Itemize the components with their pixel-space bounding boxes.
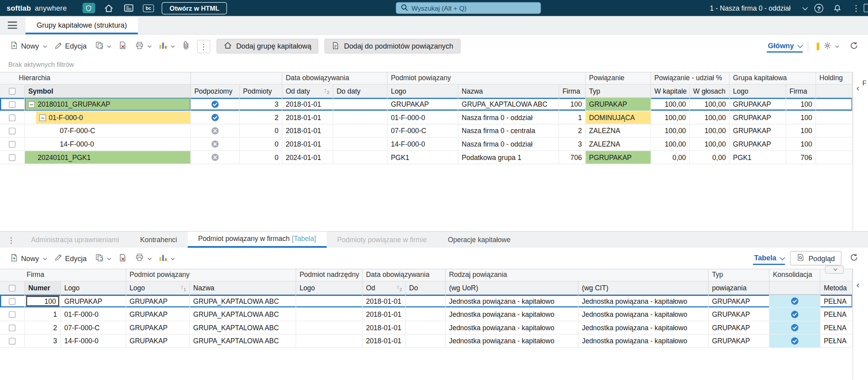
nazwa-cell[interactable]: Podatkowa grupa 1 — [458, 151, 559, 164]
nazwa-cell[interactable]: Nasza firma 0 - oddział — [458, 138, 559, 150]
table-row[interactable]: 20180101_GRUPAKAP32018-01-01GRUPAKAPGRUP… — [0, 98, 853, 111]
global-search[interactable] — [396, 2, 541, 14]
typ-powiazania-cell[interactable]: GRUPAKAP — [709, 308, 770, 321]
gk-logo-cell[interactable]: GRUPAKAP — [730, 111, 786, 124]
do-daty-cell[interactable] — [333, 124, 388, 137]
column-header[interactable]: powiązania — [709, 282, 770, 295]
gk-logo-cell[interactable]: GRUPAKAP — [730, 138, 786, 150]
w-glosach-cell[interactable]: 100,00 — [690, 111, 730, 124]
firma-cell[interactable]: 100 — [559, 98, 586, 111]
numer-cell[interactable]: 3 — [25, 335, 61, 347]
column-header[interactable]: Do — [406, 282, 446, 295]
logo-cell[interactable]: GRUPAKAP — [388, 98, 458, 111]
table-row[interactable]: 20240101_PGK102024-01-01PGK1Podatkowa gr… — [0, 151, 853, 164]
podpoziomy-cell[interactable] — [191, 124, 240, 137]
table-row[interactable]: 14-F-000-002018-01-0114-F-000-0Nasza fir… — [0, 138, 853, 151]
preview-button[interactable]: Podgląd — [790, 251, 842, 265]
nazwa-cell[interactable]: GRUPA_KAPTALOWA ABC — [190, 335, 296, 347]
symbol-cell[interactable]: 20240101_PGK1 — [25, 151, 191, 164]
row-select-cell[interactable] — [0, 111, 25, 124]
logo-cell[interactable]: 14-F-000-0 — [61, 335, 126, 347]
metoda-cell[interactable]: PEŁNA — [821, 335, 853, 347]
notifications-bell-icon[interactable] — [831, 2, 843, 13]
refresh-button[interactable] — [847, 251, 862, 265]
table-row[interactable]: 07-F-000-C02018-01-0107-F-000-CNasza fir… — [0, 124, 853, 138]
od-cell[interactable]: 2018-01-01 — [363, 321, 406, 334]
pn-logo-cell[interactable] — [296, 308, 363, 321]
gk-logo-cell[interactable]: PGK1 — [730, 151, 786, 164]
wg-uor-cell[interactable]: Jednostka powiązana - kapitałowo — [446, 295, 579, 307]
edit-button[interactable]: Edycja — [51, 39, 90, 53]
home-icon[interactable] — [103, 2, 115, 13]
logo-cell[interactable]: 01-F-000-0 — [61, 308, 126, 321]
do-cell[interactable] — [406, 308, 446, 321]
nazwa-cell[interactable]: Nasza firma 0 - centrala — [458, 124, 559, 137]
overflow-menu-icon[interactable]: ⋮ — [851, 4, 862, 12]
column-header[interactable]: (wg CIT) — [579, 282, 709, 295]
konsolidacja-cell[interactable] — [770, 335, 821, 347]
holding-cell[interactable] — [816, 138, 853, 150]
add-capital-group-button[interactable]: Dodaj grupę kapitałową — [216, 39, 319, 54]
typ-cell[interactable]: DOMINUJĄCA — [586, 111, 651, 124]
new-button[interactable]: Nowy — [7, 251, 49, 266]
chart-button[interactable] — [155, 39, 177, 53]
row-checkbox[interactable] — [9, 338, 15, 344]
column-header[interactable]: Logo — [388, 85, 458, 98]
detail-tab-5[interactable]: Operacje kapitałowe — [437, 232, 521, 248]
gk-firma-cell[interactable]: 100 — [786, 124, 816, 137]
row-select-cell[interactable] — [0, 295, 25, 307]
do-daty-cell[interactable] — [333, 98, 388, 111]
select-all-checkbox[interactable] — [9, 284, 15, 291]
podmioty-cell[interactable]: 3 — [240, 98, 282, 111]
table-row[interactable]: 01-F-000-022018-01-0101-F-000-0Nasza fir… — [0, 111, 853, 124]
od-daty-cell[interactable]: 2018-01-01 — [282, 111, 333, 124]
row-checkbox[interactable] — [9, 311, 15, 318]
pp-logo-cell[interactable]: GRUPAKAP — [126, 335, 190, 347]
table-row[interactable]: 100GRUPAKAPGRUPAKAPGRUPA_KAPTALOWA ABC20… — [0, 295, 853, 308]
od-daty-cell[interactable]: 2018-01-01 — [282, 138, 333, 150]
w-kapitale-cell[interactable]: 100,00 — [651, 138, 690, 150]
edit-button[interactable]: Edycja — [51, 251, 90, 265]
metoda-cell[interactable]: PEŁNA — [821, 308, 853, 321]
nazwa-cell[interactable]: Nasza firma 0 - oddział — [458, 111, 559, 124]
wg-uor-cell[interactable]: Jednostka powiązana - kapitałowo — [446, 308, 579, 321]
do-cell[interactable] — [406, 321, 446, 334]
konsolidacja-cell[interactable] — [770, 295, 821, 307]
row-checkbox[interactable] — [9, 114, 15, 121]
row-select-cell[interactable] — [0, 138, 25, 150]
print-button[interactable] — [132, 39, 154, 53]
column-header[interactable]: Podpoziomy — [191, 85, 240, 98]
podpoziomy-cell[interactable] — [191, 151, 240, 164]
column-header[interactable]: Logo — [296, 282, 363, 295]
delete-button[interactable] — [115, 251, 130, 266]
wg-cit-cell[interactable]: Jednostka powiązana - kapitałowo — [579, 295, 709, 307]
row-checkbox[interactable] — [9, 324, 15, 331]
od-daty-cell[interactable]: 2018-01-01 — [282, 124, 333, 137]
wg-uor-cell[interactable]: Jednostka powiązana - kapitałowo — [446, 335, 579, 347]
podpoziomy-cell[interactable] — [191, 138, 240, 150]
logo-cell[interactable]: PGK1 — [388, 151, 458, 164]
wg-cit-cell[interactable]: Jednostka powiązana - kapitałowo — [579, 335, 709, 347]
tab-grupy-kapitalowe[interactable]: Grupy kapitałowe (struktura) — [25, 17, 138, 34]
row-select-cell[interactable] — [0, 308, 25, 321]
open-in-html-button[interactable]: Otwórz w HTML — [162, 2, 227, 14]
refresh-button[interactable] — [847, 39, 862, 53]
pn-logo-cell[interactable] — [296, 335, 363, 347]
firma-cell[interactable]: 706 — [559, 151, 586, 164]
column-header[interactable]: Metoda — [821, 282, 853, 295]
filter-settings-button[interactable] — [813, 39, 842, 53]
w-glosach-cell[interactable]: 100,00 — [690, 98, 730, 111]
row-checkbox[interactable] — [9, 141, 15, 147]
typ-cell[interactable]: GRUPAKAP — [586, 98, 651, 111]
wg-cit-cell[interactable]: Jednostka powiązana - kapitałowo — [579, 321, 709, 334]
copy-button[interactable] — [92, 251, 113, 266]
typ-powiazania-cell[interactable]: GRUPAKAP — [709, 295, 770, 307]
column-header[interactable]: Podmioty — [240, 85, 282, 98]
column-header[interactable]: Do daty — [333, 85, 388, 98]
metoda-cell[interactable]: PEŁNA — [821, 295, 853, 307]
detail-tab-3[interactable]: Podmiot powiązany w firmach[Tabela] — [187, 232, 327, 248]
do-daty-cell[interactable] — [333, 111, 388, 124]
nazwa-cell[interactable]: GRUPA_KAPTALOWA ABC — [190, 321, 296, 334]
tree-collapse-icon[interactable] — [28, 101, 35, 108]
collapse-panel-icon[interactable]: ‹ — [857, 281, 859, 290]
